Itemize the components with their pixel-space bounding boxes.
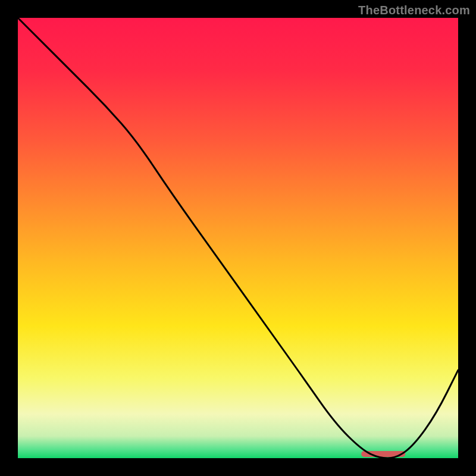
chart-stage: TheBottleneck.com: [0, 0, 476, 476]
attribution-text: TheBottleneck.com: [358, 4, 470, 17]
chart-svg: [18, 18, 458, 458]
chart-plot: [18, 18, 458, 458]
